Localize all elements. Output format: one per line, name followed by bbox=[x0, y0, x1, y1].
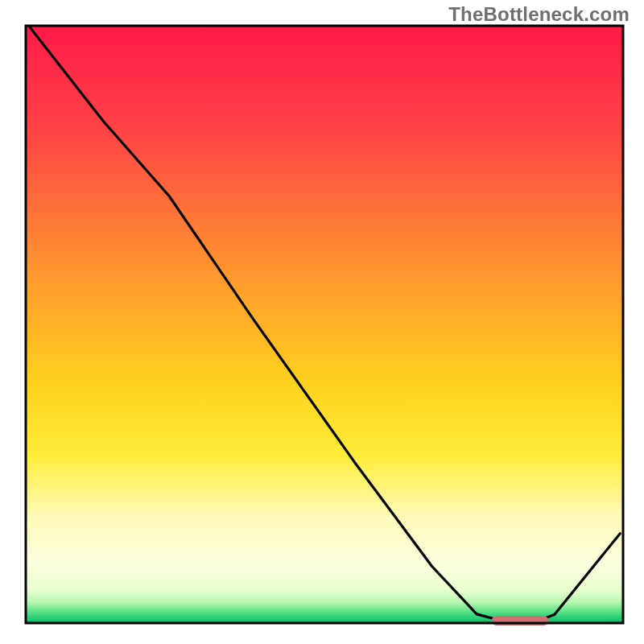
chart-root: TheBottleneck.com bbox=[0, 0, 644, 644]
watermark-label: TheBottleneck.com bbox=[448, 3, 630, 26]
gradient-plot-area bbox=[26, 26, 623, 623]
chart-svg bbox=[0, 0, 644, 644]
